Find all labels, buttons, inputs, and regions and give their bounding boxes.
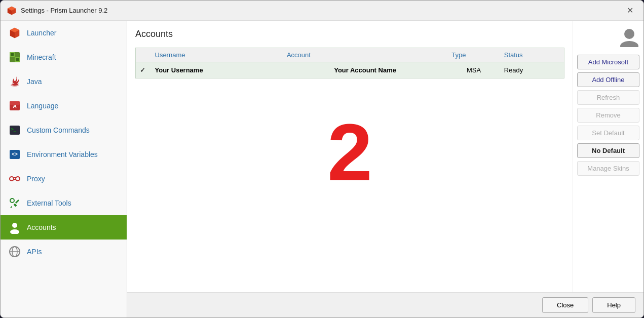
help-button[interactable]: Help (592, 297, 635, 313)
titlebar: Settings - Prism Launcher 9.2 ✕ (1, 1, 643, 21)
settings-window: Settings - Prism Launcher 9.2 ✕ Launcher (0, 0, 644, 318)
svg-rect-12 (16, 58, 19, 61)
accounts-content: Accounts Username Account Type Status (127, 21, 643, 292)
row-account: Your Account Name (283, 62, 447, 78)
col-header-account: Account (283, 48, 447, 62)
svg-point-27 (12, 223, 17, 228)
table-row[interactable]: ✓ Your Username Your Account Name MSA Re… (136, 62, 564, 78)
panel-title: Accounts (135, 29, 564, 39)
action-panel: Add Microsoft Add Offline Refresh Remove… (573, 21, 643, 292)
svg-rect-25 (13, 203, 17, 207)
svg-rect-11 (11, 53, 14, 56)
row-username: Your Username (151, 62, 283, 78)
sidebar-item-environment-variables[interactable]: <> Environment Variables (1, 142, 127, 167)
sidebar-item-external-tools[interactable]: External Tools (1, 191, 127, 215)
accounts-table-container: Username Account Type Status ✓ Your User… (135, 48, 564, 78)
java-icon (8, 74, 22, 89)
sidebar-external-tools-label: External Tools (27, 199, 71, 207)
svg-point-26 (10, 198, 14, 203)
account-avatar-icon (619, 27, 639, 49)
manage-skins-button[interactable]: Manage Skins (577, 161, 639, 176)
svg-rect-16 (10, 101, 20, 105)
sidebar-item-custom-commands[interactable]: >_ Custom Commands (1, 118, 127, 142)
sidebar-minecraft-label: Minecraft (27, 53, 56, 61)
sidebar-custom-commands-label: Custom Commands (27, 126, 90, 134)
footer-bar: Close Help (127, 292, 643, 317)
proxy-icon (8, 172, 22, 186)
row-type: MSA (447, 62, 500, 78)
sidebar-accounts-label: Accounts (27, 223, 56, 231)
main-panel: Accounts Username Account Type Status (127, 21, 643, 317)
environment-variables-icon: <> (8, 147, 22, 162)
row-status: Ready (500, 62, 564, 78)
custom-commands-icon: >_ (8, 123, 22, 137)
sidebar-item-proxy[interactable]: Proxy (1, 167, 127, 191)
col-header-type: Type (447, 48, 500, 62)
sidebar-language-label: Language (27, 102, 58, 110)
svg-text:>_: >_ (11, 127, 16, 132)
close-window-button[interactable]: ✕ (622, 3, 637, 18)
svg-text:<>: <> (12, 151, 18, 157)
sidebar-item-java[interactable]: Java (1, 69, 127, 94)
col-header-username (136, 48, 151, 62)
launcher-icon (8, 26, 22, 40)
svg-point-32 (624, 29, 634, 39)
table-header-row: Username Account Type Status (136, 48, 564, 62)
window-title: Settings - Prism Launcher 9.2 (21, 7, 622, 14)
language-icon: A (8, 99, 22, 113)
sidebar-item-launcher[interactable]: Launcher (1, 21, 127, 45)
row-check: ✓ (136, 62, 151, 78)
remove-button[interactable]: Remove (577, 108, 639, 123)
set-default-button[interactable]: Set Default (577, 126, 639, 140)
add-offline-button[interactable]: Add Offline (577, 72, 639, 87)
svg-point-22 (16, 177, 20, 181)
refresh-button[interactable]: Refresh (577, 90, 639, 105)
accounts-panel: Accounts Username Account Type Status (127, 21, 573, 292)
main-content: Launcher Minecraft (1, 21, 643, 317)
sidebar: Launcher Minecraft (1, 21, 127, 317)
close-button[interactable]: Close (542, 297, 588, 313)
col-header-status: Status (500, 48, 564, 62)
no-default-button[interactable]: No Default (577, 143, 639, 158)
sidebar-item-accounts[interactable]: Accounts (1, 215, 127, 240)
sidebar-item-minecraft[interactable]: Minecraft (1, 45, 127, 69)
sidebar-apis-label: APIs (27, 248, 42, 256)
svg-point-21 (10, 177, 14, 181)
sidebar-item-apis[interactable]: APIs (1, 240, 127, 264)
sidebar-proxy-label: Proxy (27, 175, 45, 183)
sidebar-java-label: Java (27, 77, 42, 86)
sidebar-env-vars-label: Environment Variables (27, 150, 98, 158)
accounts-icon (8, 220, 22, 234)
svg-point-33 (620, 41, 638, 47)
app-icon (7, 6, 17, 16)
big-number-overlay: 2 (327, 112, 372, 193)
accounts-table: Username Account Type Status ✓ Your User… (135, 48, 564, 78)
checkmark-icon: ✓ (140, 66, 145, 74)
col-header-username-val: Username (151, 48, 283, 62)
external-tools-icon (8, 196, 22, 210)
add-microsoft-button[interactable]: Add Microsoft (577, 55, 639, 69)
apis-icon (8, 245, 22, 259)
minecraft-icon (8, 50, 22, 64)
sidebar-item-language[interactable]: A Language (1, 94, 127, 118)
sidebar-launcher-label: Launcher (27, 29, 56, 37)
svg-point-28 (10, 229, 19, 234)
